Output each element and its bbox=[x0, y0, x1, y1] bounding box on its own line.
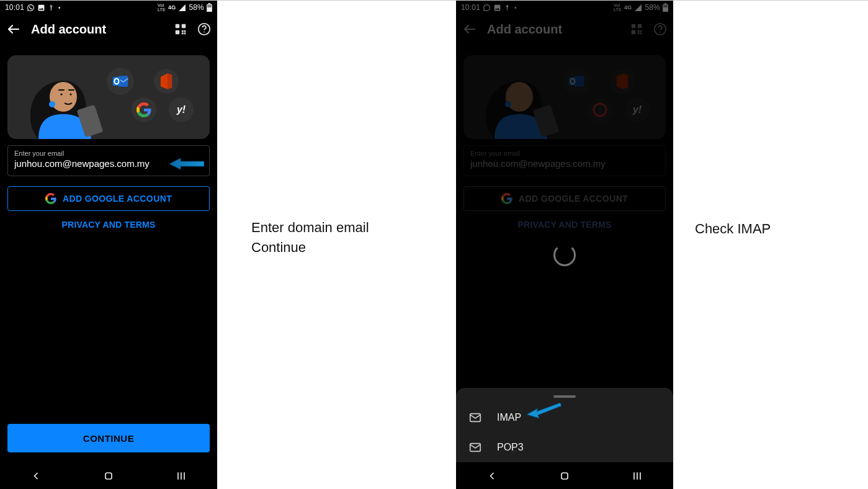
continue-button[interactable]: CONTINUE bbox=[7, 424, 210, 452]
volte-icon: VoILTE bbox=[158, 3, 166, 12]
svg-point-18 bbox=[60, 93, 62, 95]
network-4g: 4G bbox=[168, 4, 176, 11]
page-title: Add account bbox=[31, 22, 164, 37]
sheet-option-imap[interactable]: IMAP bbox=[456, 403, 673, 433]
email-input bbox=[470, 158, 659, 169]
volte-icon: VoILTE bbox=[614, 3, 622, 12]
svg-rect-7 bbox=[182, 30, 184, 32]
sheet-option-pop3[interactable]: POP3 bbox=[456, 433, 673, 462]
help-icon[interactable] bbox=[197, 22, 211, 36]
annotation-arrow-icon bbox=[169, 157, 204, 171]
add-google-account-button[interactable]: ADD GOOGLE ACCOUNT bbox=[7, 186, 210, 211]
svg-point-43 bbox=[505, 101, 511, 107]
svg-rect-51 bbox=[562, 473, 568, 479]
loading-spinner-icon bbox=[553, 244, 576, 266]
nav-back-icon[interactable] bbox=[30, 470, 42, 482]
nav-back-icon[interactable] bbox=[486, 470, 498, 482]
mail-icon bbox=[468, 411, 482, 424]
svg-rect-38 bbox=[640, 33, 642, 35]
app-bar: Add account bbox=[0, 14, 217, 44]
add-google-account-label: ADD GOOGLE ACCOUNT bbox=[519, 194, 628, 204]
caption-text: Continue bbox=[251, 238, 437, 258]
status-battery: 58% bbox=[189, 3, 204, 12]
svg-rect-29 bbox=[664, 3, 667, 4]
svg-rect-17 bbox=[68, 89, 74, 91]
yahoo-icon: y! bbox=[169, 97, 194, 122]
office-icon bbox=[154, 69, 179, 94]
email-label: Enter your email bbox=[14, 150, 203, 157]
key-icon bbox=[504, 4, 511, 12]
qr-icon[interactable] bbox=[630, 22, 643, 36]
email-field-wrap: Enter your email bbox=[463, 145, 666, 176]
google-g-icon bbox=[45, 193, 56, 204]
qr-icon[interactable] bbox=[174, 22, 187, 36]
svg-rect-35 bbox=[638, 30, 640, 32]
svg-rect-2 bbox=[207, 5, 212, 7]
sheet-option-label: IMAP bbox=[497, 412, 521, 423]
nav-recents-icon[interactable] bbox=[175, 470, 187, 482]
whatsapp-icon bbox=[483, 4, 491, 12]
status-battery: 58% bbox=[645, 3, 660, 12]
outlook-icon bbox=[107, 68, 134, 95]
add-google-account-button: ADD GOOGLE ACCOUNT bbox=[463, 186, 666, 211]
svg-rect-33 bbox=[638, 24, 642, 28]
back-icon[interactable] bbox=[462, 22, 477, 37]
phone-2: 10:01 • VoILTE 4G 58% Add account bbox=[456, 1, 673, 489]
privacy-terms-link[interactable]: PRIVACY AND TERMS bbox=[0, 220, 217, 230]
email-field-wrap: Enter your email bbox=[7, 145, 210, 176]
signal-icon bbox=[178, 4, 186, 12]
nav-recents-icon[interactable] bbox=[631, 470, 643, 482]
battery-icon bbox=[663, 3, 668, 12]
svg-rect-9 bbox=[182, 33, 184, 35]
svg-rect-6 bbox=[176, 30, 179, 34]
android-nav-bar bbox=[456, 462, 673, 489]
svg-rect-4 bbox=[176, 24, 179, 28]
android-nav-bar bbox=[0, 462, 217, 489]
annotation-arrow-icon bbox=[527, 403, 562, 419]
svg-point-13 bbox=[50, 82, 77, 112]
status-time: 10:01 bbox=[5, 3, 24, 12]
google-icon bbox=[132, 97, 156, 122]
status-bar: 10:01 • VoILTE 4G 58% bbox=[456, 1, 673, 14]
svg-rect-30 bbox=[663, 5, 668, 7]
svg-rect-25 bbox=[177, 472, 179, 480]
svg-point-47 bbox=[594, 104, 606, 116]
svg-rect-53 bbox=[637, 472, 638, 480]
svg-rect-26 bbox=[181, 472, 182, 480]
back-icon[interactable] bbox=[6, 22, 21, 37]
svg-rect-1 bbox=[208, 3, 211, 4]
page-title: Add account bbox=[487, 22, 620, 37]
help-icon[interactable] bbox=[653, 22, 667, 36]
svg-rect-37 bbox=[638, 33, 640, 35]
network-4g: 4G bbox=[624, 4, 632, 11]
bottom-sheet: IMAP POP3 bbox=[456, 388, 673, 462]
status-bar: 10:01 • VoILTE 4G 58% bbox=[0, 1, 217, 14]
svg-rect-52 bbox=[633, 472, 635, 480]
nav-home-icon[interactable] bbox=[102, 470, 115, 482]
privacy-terms-link: PRIVACY AND TERMS bbox=[456, 220, 673, 230]
nav-home-icon[interactable] bbox=[558, 470, 571, 482]
more-dot: • bbox=[514, 4, 517, 11]
sheet-option-label: POP3 bbox=[497, 442, 524, 453]
office-icon bbox=[610, 69, 635, 94]
svg-rect-5 bbox=[182, 24, 186, 28]
more-dot: • bbox=[58, 4, 61, 11]
svg-marker-23 bbox=[169, 158, 204, 169]
sheet-handle[interactable] bbox=[553, 395, 576, 398]
svg-point-12 bbox=[204, 32, 205, 33]
caption-text: Enter domain email bbox=[251, 218, 437, 238]
svg-rect-27 bbox=[184, 472, 185, 480]
svg-rect-34 bbox=[632, 30, 635, 34]
google-icon bbox=[588, 97, 612, 122]
svg-point-15 bbox=[49, 101, 55, 107]
svg-point-19 bbox=[69, 93, 71, 95]
hero-illustration: y! bbox=[463, 55, 666, 139]
caption-right: Check IMAP bbox=[695, 219, 856, 239]
svg-rect-10 bbox=[184, 33, 186, 35]
caption-text: Check IMAP bbox=[695, 221, 771, 236]
signal-icon bbox=[634, 4, 642, 12]
battery-icon bbox=[207, 3, 212, 12]
outlook-icon bbox=[563, 68, 590, 95]
image-notif-icon bbox=[493, 4, 501, 12]
svg-point-41 bbox=[506, 82, 533, 112]
